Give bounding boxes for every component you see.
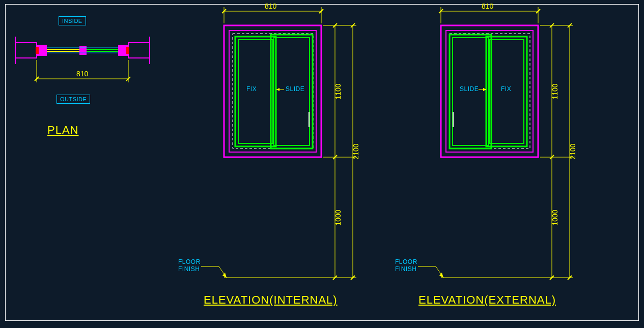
ee-title: ELEVATION(EXTERNAL) [418,293,556,307]
ee-floor1: FLOOR [395,258,417,265]
svg-marker-77 [439,273,443,278]
ee-dim-total: 2100 [569,143,577,159]
ee-top-dim: 810 [482,2,493,10]
ee-fix-label: FIX [501,85,511,93]
ee-dim-lower: 1000 [551,210,559,225]
ee-dim-upper: 1100 [551,83,559,99]
ee-slide-label: SLIDE [460,85,479,93]
ee-floor2: FINISH [395,265,416,273]
elev-external-svg [0,0,644,328]
